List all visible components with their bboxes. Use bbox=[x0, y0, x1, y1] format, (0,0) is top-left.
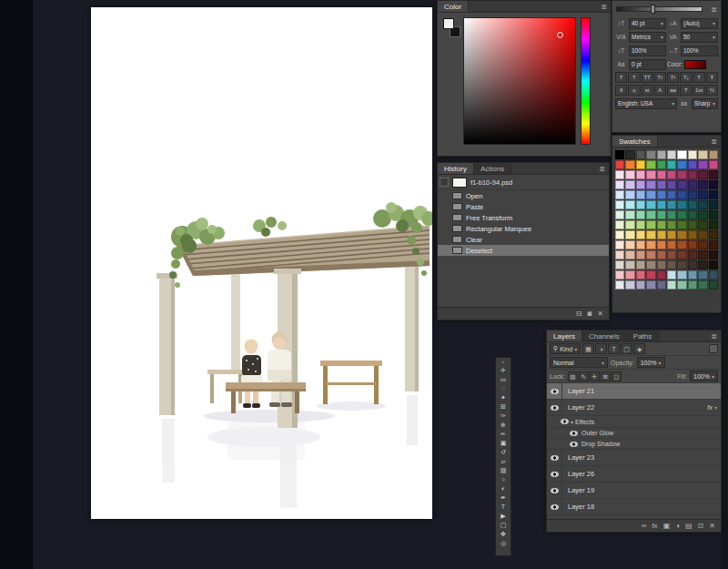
color-swatch[interactable] bbox=[636, 220, 645, 229]
layer-row-layer-26[interactable]: Layer 26 bbox=[547, 466, 721, 483]
slider-track[interactable] bbox=[616, 6, 703, 12]
history-snapshot-row[interactable]: f1-b10-94.psd bbox=[438, 175, 609, 190]
color-swatch[interactable] bbox=[646, 190, 655, 199]
filter-shape-layers-icon[interactable]: ▢ bbox=[621, 343, 632, 354]
opentype-button-5[interactable]: T bbox=[680, 85, 692, 96]
color-swatch[interactable] bbox=[698, 170, 707, 179]
color-swatch[interactable] bbox=[625, 270, 634, 279]
tab-swatches[interactable]: Swatches bbox=[612, 136, 658, 147]
color-swatch[interactable] bbox=[709, 190, 718, 199]
color-swatch[interactable] bbox=[646, 180, 655, 189]
layer-row-layer-18[interactable]: Layer 18 bbox=[547, 499, 721, 515]
color-swatch[interactable] bbox=[688, 270, 697, 279]
color-swatch[interactable] bbox=[646, 280, 655, 290]
type-style-button-3[interactable]: Tᴛ bbox=[654, 72, 666, 83]
color-swatch[interactable] bbox=[688, 210, 697, 219]
opacity-field[interactable]: 100% ▾ bbox=[637, 357, 665, 368]
history-item-free-transform[interactable]: Free Transform bbox=[438, 212, 609, 223]
color-swatch[interactable] bbox=[677, 200, 686, 209]
color-swatch[interactable] bbox=[657, 180, 666, 189]
delete-state-icon[interactable]: ✕ bbox=[597, 310, 603, 318]
color-swatch[interactable] bbox=[688, 220, 697, 229]
color-swatch[interactable] bbox=[698, 180, 707, 189]
color-swatch[interactable] bbox=[657, 200, 666, 209]
color-swatch[interactable] bbox=[625, 160, 634, 169]
visibility-toggle[interactable] bbox=[567, 428, 580, 438]
color-swatch[interactable] bbox=[698, 280, 707, 290]
color-swatch[interactable] bbox=[667, 280, 676, 290]
color-swatch[interactable] bbox=[667, 150, 676, 159]
color-swatch[interactable] bbox=[657, 170, 666, 179]
color-swatch[interactable] bbox=[677, 190, 686, 199]
move-tool[interactable]: ✛ bbox=[497, 366, 510, 375]
color-swatch[interactable] bbox=[688, 280, 697, 290]
pen-tool[interactable]: ✒ bbox=[497, 493, 510, 503]
color-swatch[interactable] bbox=[709, 150, 718, 159]
color-swatch[interactable] bbox=[636, 230, 645, 239]
color-swatch[interactable] bbox=[709, 280, 718, 290]
tab-paths[interactable]: Paths bbox=[627, 330, 659, 341]
panel-menu-icon[interactable]: ≣ bbox=[711, 5, 717, 14]
tracking-field[interactable]: 50▾ bbox=[681, 32, 718, 43]
color-swatch[interactable] bbox=[677, 210, 686, 219]
color-swatch[interactable] bbox=[646, 150, 655, 159]
type-tool[interactable]: T bbox=[497, 503, 510, 512]
color-swatch[interactable] bbox=[615, 190, 624, 199]
color-swatch[interactable] bbox=[709, 260, 718, 269]
color-swatch[interactable] bbox=[646, 230, 655, 239]
opentype-button-1[interactable]: o bbox=[628, 85, 640, 96]
color-swatch[interactable] bbox=[646, 210, 655, 219]
new-document-from-state-icon[interactable]: ⊟ bbox=[576, 310, 582, 318]
color-swatch[interactable] bbox=[636, 170, 645, 179]
color-swatch[interactable] bbox=[677, 150, 686, 159]
marquee-tool[interactable]: ▭ bbox=[497, 375, 510, 384]
color-swatch[interactable] bbox=[688, 240, 697, 249]
color-swatch[interactable] bbox=[698, 160, 707, 169]
color-swatch[interactable] bbox=[636, 190, 645, 199]
lock-artboard-icon[interactable]: ⊞ bbox=[601, 371, 611, 381]
blend-mode-select[interactable]: Normal ▾ bbox=[550, 357, 608, 368]
color-swatch[interactable] bbox=[677, 280, 686, 290]
type-style-button-2[interactable]: TT bbox=[642, 72, 653, 83]
color-swatch[interactable] bbox=[636, 240, 645, 249]
font-size-field[interactable]: 40 pt▾ bbox=[629, 18, 666, 29]
color-swatch[interactable] bbox=[625, 200, 634, 209]
color-swatch[interactable] bbox=[698, 260, 707, 269]
document-canvas[interactable] bbox=[91, 7, 432, 519]
color-swatch[interactable] bbox=[688, 250, 697, 259]
layer-row-layer-19[interactable]: Layer 19 bbox=[547, 483, 721, 499]
type-style-button-7[interactable]: Ŧ bbox=[706, 72, 718, 83]
color-swatch[interactable] bbox=[709, 180, 718, 189]
color-swatch[interactable] bbox=[615, 250, 624, 259]
color-swatch[interactable] bbox=[625, 240, 634, 249]
color-swatch[interactable] bbox=[657, 250, 666, 259]
color-swatch[interactable] bbox=[615, 280, 624, 290]
blur-tool[interactable]: ○ bbox=[497, 475, 510, 484]
color-swatch[interactable] bbox=[709, 170, 718, 179]
color-swatch[interactable] bbox=[625, 210, 634, 219]
brush-tool[interactable]: ✏ bbox=[497, 430, 510, 439]
color-swatch[interactable] bbox=[636, 200, 645, 209]
color-swatch[interactable] bbox=[667, 230, 676, 239]
visibility-toggle[interactable] bbox=[547, 400, 562, 415]
text-color-swatch[interactable] bbox=[684, 60, 706, 69]
color-swatch[interactable] bbox=[688, 180, 697, 189]
filter-type-layers-icon[interactable]: T bbox=[608, 343, 620, 354]
color-swatch[interactable] bbox=[677, 250, 686, 259]
history-brush-source-checkbox[interactable] bbox=[440, 178, 449, 187]
color-swatch[interactable] bbox=[698, 240, 707, 249]
panel-menu-icon[interactable]: ≣ bbox=[597, 1, 611, 12]
gradient-tool[interactable]: ▨ bbox=[497, 466, 510, 475]
color-swatch[interactable] bbox=[615, 150, 624, 159]
color-swatch[interactable] bbox=[615, 240, 624, 249]
color-swatch[interactable] bbox=[677, 160, 686, 169]
type-style-button-4[interactable]: T¹ bbox=[667, 72, 679, 83]
color-swatch[interactable] bbox=[636, 160, 645, 169]
color-swatch[interactable] bbox=[667, 170, 676, 179]
color-swatch[interactable] bbox=[646, 260, 655, 269]
saturation-brightness-field[interactable] bbox=[463, 17, 576, 145]
color-swatch[interactable] bbox=[615, 200, 624, 209]
tab-actions[interactable]: Actions bbox=[474, 163, 511, 174]
color-swatch[interactable] bbox=[646, 250, 655, 259]
opentype-button-4[interactable]: aa bbox=[667, 85, 679, 96]
